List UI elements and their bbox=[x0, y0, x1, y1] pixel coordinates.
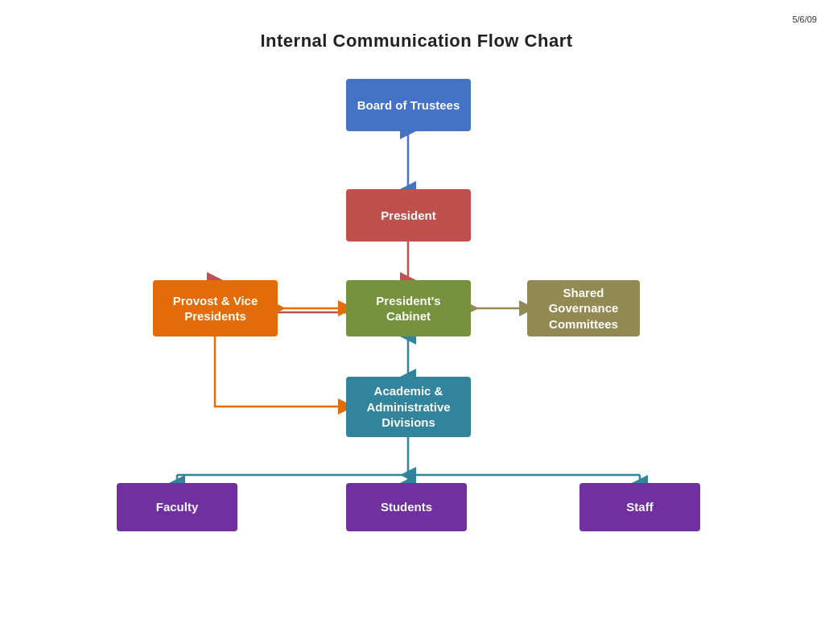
connectors-svg bbox=[0, 64, 833, 644]
students-box: Students bbox=[346, 483, 467, 531]
date-label: 5/6/09 bbox=[792, 14, 817, 24]
shared-box: Shared Governance Committees bbox=[527, 280, 640, 336]
faculty-box: Faculty bbox=[117, 483, 237, 531]
faculty-label: Faculty bbox=[156, 499, 199, 515]
staff-box: Staff bbox=[579, 483, 700, 531]
page: 5/6/09 Internal Communication Flow Chart bbox=[0, 0, 833, 644]
academic-box: Academic & Administrative Divisions bbox=[346, 377, 471, 437]
chart-area: Board of Trustees President Provost & Vi… bbox=[0, 64, 833, 644]
president-label: President bbox=[381, 208, 435, 224]
page-title: Internal Communication Flow Chart bbox=[0, 31, 833, 52]
provost-label: Provost & Vice Presidents bbox=[161, 293, 270, 324]
trustees-box: Board of Trustees bbox=[346, 79, 471, 131]
academic-label: Academic & Administrative Divisions bbox=[354, 383, 463, 431]
cabinet-box: President's Cabinet bbox=[346, 280, 471, 336]
provost-academic-line bbox=[215, 336, 346, 407]
students-label: Students bbox=[381, 499, 432, 515]
president-box: President bbox=[346, 189, 471, 242]
trustees-label: Board of Trustees bbox=[357, 97, 460, 114]
provost-box: Provost & Vice Presidents bbox=[153, 280, 278, 336]
shared-label: Shared Governance Committees bbox=[535, 285, 632, 332]
staff-label: Staff bbox=[626, 499, 653, 515]
cabinet-label: President's Cabinet bbox=[354, 293, 463, 324]
